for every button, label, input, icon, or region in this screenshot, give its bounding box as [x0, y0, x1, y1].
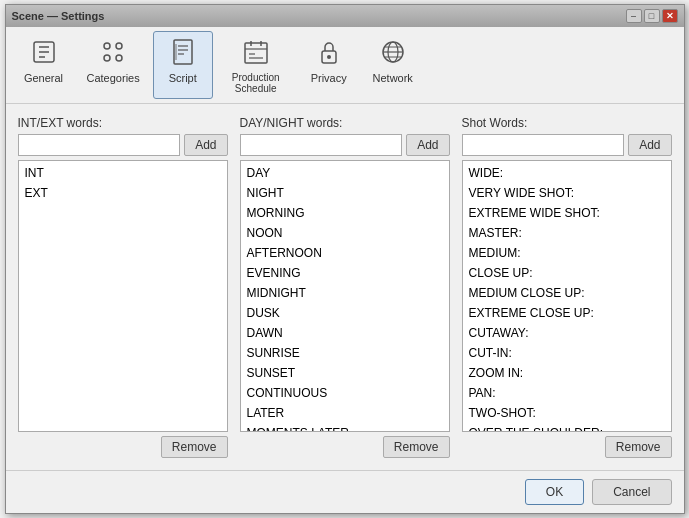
content-area: INT/EXT words: Add INTEXT Remove DAY/NIG… [6, 104, 684, 470]
list-item[interactable]: MASTER: [465, 223, 669, 243]
production-icon [240, 36, 272, 68]
shot-words-remove-button[interactable]: Remove [605, 436, 672, 458]
int-ext-add-button[interactable]: Add [184, 134, 227, 156]
int-ext-list[interactable]: INTEXT [18, 160, 228, 432]
settings-window: Scene — Settings – □ ✕ General [5, 4, 685, 514]
list-item[interactable]: EXTREME CLOSE UP: [465, 303, 669, 323]
list-item[interactable]: SUNRISE [243, 343, 447, 363]
shot-words-column: Shot Words: Add WIDE:VERY WIDE SHOT:EXTR… [462, 116, 672, 458]
list-item[interactable]: PAN: [465, 383, 669, 403]
day-night-input[interactable] [240, 134, 403, 156]
categories-icon [97, 36, 129, 68]
svg-point-6 [104, 55, 110, 61]
shot-words-input-row: Add [462, 134, 672, 156]
title-bar-text: Scene — Settings [12, 10, 105, 22]
list-item[interactable]: MEDIUM: [465, 243, 669, 263]
list-item[interactable]: DAY [243, 163, 447, 183]
toolbar-item-network[interactable]: Network [363, 31, 423, 99]
int-ext-column: INT/EXT words: Add INTEXT Remove [18, 116, 228, 458]
minimize-button[interactable]: – [626, 9, 642, 23]
list-item[interactable]: ZOOM IN: [465, 363, 669, 383]
day-night-header: DAY/NIGHT words: [240, 116, 450, 130]
list-item[interactable]: CUTAWAY: [465, 323, 669, 343]
day-night-list[interactable]: DAYNIGHTMORNINGNOONAFTERNOONEVENINGMIDNI… [240, 160, 450, 432]
list-item[interactable]: OVER THE SHOULDER: [465, 423, 669, 432]
int-ext-input[interactable] [18, 134, 181, 156]
toolbar-categories-label: Categories [87, 72, 140, 84]
list-item[interactable]: CUT-IN: [465, 343, 669, 363]
toolbar-item-categories[interactable]: Categories [78, 31, 149, 99]
int-ext-input-row: Add [18, 134, 228, 156]
list-item[interactable]: NOON [243, 223, 447, 243]
title-bar-controls: – □ ✕ [626, 9, 678, 23]
columns: INT/EXT words: Add INTEXT Remove DAY/NIG… [18, 116, 672, 458]
maximize-button[interactable]: □ [644, 9, 660, 23]
toolbar-item-production-schedule[interactable]: Production Schedule [217, 31, 295, 99]
svg-rect-13 [245, 43, 267, 63]
toolbar-script-label: Script [169, 72, 197, 84]
int-ext-remove-button[interactable]: Remove [161, 436, 228, 458]
svg-point-5 [116, 43, 122, 49]
svg-rect-8 [174, 40, 192, 64]
svg-point-7 [116, 55, 122, 61]
cancel-button[interactable]: Cancel [592, 479, 671, 505]
network-icon [377, 36, 409, 68]
day-night-remove-row: Remove [240, 436, 450, 458]
shot-words-header: Shot Words: [462, 116, 672, 130]
list-item[interactable]: DUSK [243, 303, 447, 323]
list-item[interactable]: WIDE: [465, 163, 669, 183]
int-ext-remove-row: Remove [18, 436, 228, 458]
toolbar-network-label: Network [373, 72, 413, 84]
shot-words-remove-row: Remove [462, 436, 672, 458]
toolbar-item-privacy[interactable]: Privacy [299, 31, 359, 99]
title-bar: Scene — Settings – □ ✕ [6, 5, 684, 27]
day-night-column: DAY/NIGHT words: Add DAYNIGHTMORNINGNOON… [240, 116, 450, 458]
svg-point-4 [104, 43, 110, 49]
list-item[interactable]: LATER [243, 403, 447, 423]
list-item[interactable]: INT [21, 163, 225, 183]
list-item[interactable]: MIDNIGHT [243, 283, 447, 303]
toolbar-production-label: Production Schedule [226, 72, 286, 94]
list-item[interactable]: MEDIUM CLOSE UP: [465, 283, 669, 303]
list-item[interactable]: CONTINUOUS [243, 383, 447, 403]
list-item[interactable]: DAWN [243, 323, 447, 343]
list-item[interactable]: MORNING [243, 203, 447, 223]
day-night-add-button[interactable]: Add [406, 134, 449, 156]
script-icon [167, 36, 199, 68]
list-item[interactable]: TWO-SHOT: [465, 403, 669, 423]
svg-point-20 [327, 55, 331, 59]
list-item[interactable]: EXTREME WIDE SHOT: [465, 203, 669, 223]
shot-words-input[interactable] [462, 134, 625, 156]
general-icon [28, 36, 60, 68]
toolbar-item-script[interactable]: Script [153, 31, 213, 99]
list-item[interactable]: VERY WIDE SHOT: [465, 183, 669, 203]
shot-words-add-button[interactable]: Add [628, 134, 671, 156]
ok-button[interactable]: OK [525, 479, 584, 505]
list-item[interactable]: EXT [21, 183, 225, 203]
toolbar-item-general[interactable]: General [14, 31, 74, 99]
list-item[interactable]: MOMENTS LATER [243, 423, 447, 432]
close-button[interactable]: ✕ [662, 9, 678, 23]
list-item[interactable]: CLOSE UP: [465, 263, 669, 283]
footer: OK Cancel [6, 470, 684, 513]
list-item[interactable]: NIGHT [243, 183, 447, 203]
list-item[interactable]: SUNSET [243, 363, 447, 383]
int-ext-header: INT/EXT words: [18, 116, 228, 130]
list-item[interactable]: AFTERNOON [243, 243, 447, 263]
shot-words-list[interactable]: WIDE:VERY WIDE SHOT:EXTREME WIDE SHOT:MA… [462, 160, 672, 432]
day-night-remove-button[interactable]: Remove [383, 436, 450, 458]
day-night-input-row: Add [240, 134, 450, 156]
toolbar-privacy-label: Privacy [311, 72, 347, 84]
toolbar-general-label: General [24, 72, 63, 84]
list-item[interactable]: EVENING [243, 263, 447, 283]
toolbar: General Categories [6, 27, 684, 104]
privacy-icon [313, 36, 345, 68]
